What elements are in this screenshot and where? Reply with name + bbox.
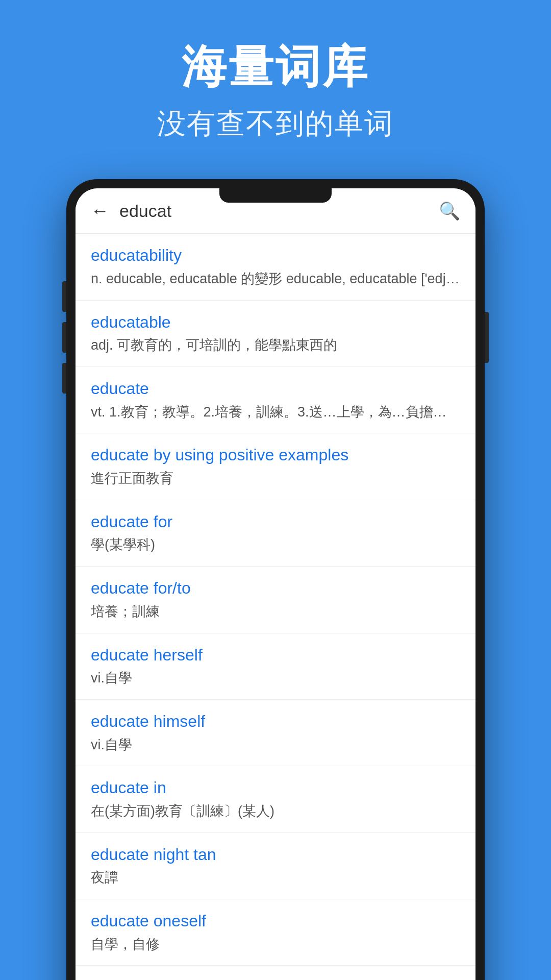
result-list: educatabilityn. educable, educatable 的變形…	[76, 234, 475, 980]
result-term: educatability	[91, 245, 460, 266]
list-item[interactable]: educate in在(某方面)教育〔訓練〕(某人)	[76, 766, 475, 832]
result-definition: 學(某學科)	[91, 535, 460, 555]
result-term: educate by using positive examples	[91, 445, 460, 466]
result-definition: 在(某方面)教育〔訓練〕(某人)	[91, 802, 460, 821]
search-icon[interactable]: 🔍	[439, 201, 460, 221]
list-item[interactable]: educatevt. 1.教育；教導。2.培養，訓練。3.送…上學，為…負擔學費…	[76, 367, 475, 433]
result-definition: n. educable, educatable 的變形 educable, ed…	[91, 270, 460, 289]
result-definition: vi.自學	[91, 736, 460, 755]
result-term: educate	[91, 378, 460, 400]
result-term: educate night tan	[91, 844, 460, 866]
result-term: educate himself	[91, 711, 460, 732]
result-definition: 夜譚	[91, 868, 460, 888]
phone-notch	[219, 188, 332, 203]
result-term: educatable	[91, 312, 460, 333]
list-item[interactable]: educate himselfvi.自學	[76, 700, 475, 766]
result-definition: vi.自學	[91, 669, 460, 688]
sub-title: 没有查不到的单词	[31, 105, 520, 143]
result-term: educate for	[91, 511, 460, 533]
result-definition: 培養；訓練	[91, 602, 460, 622]
list-item[interactable]: educate for學(某學科)	[76, 500, 475, 567]
search-input[interactable]	[119, 201, 429, 221]
header-section: 海量词库 没有查不到的单词	[0, 0, 551, 164]
list-item[interactable]: educate by using positive examples進行正面教育	[76, 433, 475, 500]
result-term: educate pirate	[91, 977, 460, 980]
result-definition: adj. 可教育的，可培訓的，能學點東西的	[91, 336, 460, 355]
list-item[interactable]: educatableadj. 可教育的，可培訓的，能學點東西的	[76, 301, 475, 367]
result-definition: 自學，自修	[91, 935, 460, 954]
result-definition: 進行正面教育	[91, 469, 460, 488]
result-definition: vt. 1.教育；教導。2.培養，訓練。3.送…上學，為…負擔學費。 n...	[91, 403, 460, 422]
result-term: educate in	[91, 777, 460, 799]
list-item[interactable]: educate for/to培養；訓練	[76, 567, 475, 633]
list-item[interactable]: educate night tan夜譚	[76, 833, 475, 899]
result-term: educate oneself	[91, 911, 460, 932]
phone-screen: ← 🔍 educatabilityn. educable, educatable…	[76, 188, 475, 980]
result-term: educate herself	[91, 645, 460, 666]
back-button[interactable]: ←	[91, 202, 109, 220]
list-item[interactable]: educate oneself自學，自修	[76, 899, 475, 966]
list-item[interactable]: educate herselfvi.自學	[76, 633, 475, 700]
result-term: educate for/to	[91, 578, 460, 599]
phone-frame: ← 🔍 educatabilityn. educable, educatable…	[66, 179, 485, 980]
main-title: 海量词库	[31, 41, 520, 92]
list-item[interactable]: educate pirate教育海盜	[76, 966, 475, 980]
list-item[interactable]: educatabilityn. educable, educatable 的變形…	[76, 234, 475, 300]
